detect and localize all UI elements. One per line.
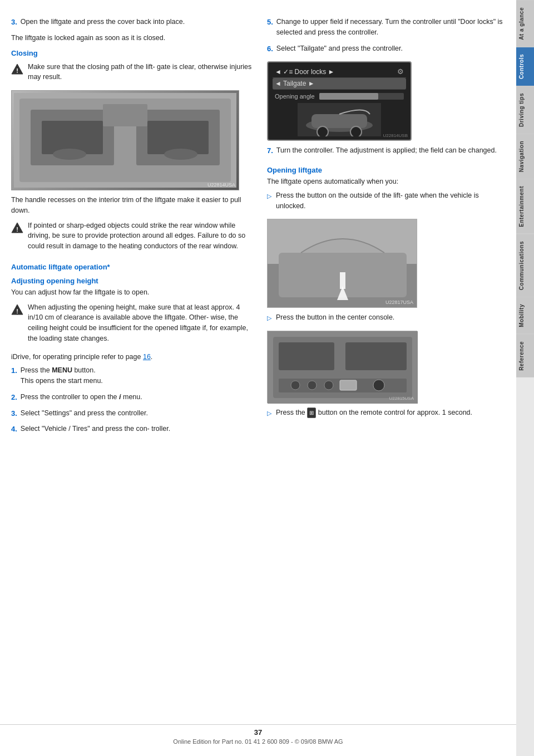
sidebar-tab-mobility[interactable]: Mobility [516, 297, 534, 334]
page-footer: 37 Online Edition for Part no. 01 41 2 6… [0, 724, 516, 745]
sidebar-tab-reference[interactable]: Reference [516, 334, 534, 377]
bullet-2: ▷ Press the button in the center console… [267, 312, 505, 326]
center-console-image: U22815USA [267, 331, 417, 403]
step-2: 2. Press the controller to open the i me… [11, 392, 256, 406]
footer-text: Online Edition for Part no. 01 41 2 600 … [173, 738, 343, 745]
bullet-2-text: Press the button in the center console. [276, 312, 394, 323]
info-i-icon: i [119, 393, 121, 401]
liftgate-svg [268, 219, 417, 308]
svg-point-18 [317, 126, 328, 136]
step-1: 1. Press the MENU button.This opens the … [11, 365, 256, 390]
page-number: 37 [0, 728, 516, 737]
left-column: 3. Open the liftgate and press the cover… [11, 17, 256, 723]
idrive-page-link[interactable]: 16 [143, 353, 151, 361]
screen-settings-icon: ⚙ [397, 67, 404, 76]
screen-tailgate-text: ◄ Tailgate ► [275, 80, 315, 87]
liftgate-open-image: U22817USA [267, 219, 417, 308]
step-3-number: 3. [11, 17, 17, 31]
bullet-1-text: Press the button on the outside of the l… [276, 190, 505, 212]
console-svg [268, 331, 418, 404]
menu-bold: MENU [52, 366, 72, 374]
sidebar-tab-controls-label: Controls [518, 54, 525, 79]
warning-triangle-icon-2: ! [11, 222, 23, 234]
sidebar-tab-at-a-glance[interactable]: At a glance [516, 0, 534, 47]
warning-icon-closing: ! [11, 63, 23, 86]
sidebar: At a glance Controls Driving tips Naviga… [516, 0, 534, 756]
screen-row-tailgate: ◄ Tailgate ► [273, 78, 406, 90]
sidebar-tab-controls[interactable]: Controls [516, 47, 534, 86]
bullet-1: ▷ Press the button on the outside of the… [267, 190, 505, 215]
step-6: 6. Select "Tailgate" and press the contr… [267, 43, 505, 57]
svg-rect-28 [345, 342, 407, 370]
sidebar-tab-communications[interactable]: Communications [516, 234, 534, 297]
sidebar-tab-entertainment-label: Entertainment [518, 186, 525, 227]
bullet-arrow-1: ▷ [267, 192, 271, 215]
adj-heading: Adjusting opening height [11, 277, 256, 285]
opening-angle-slider-track [319, 93, 404, 100]
opening-liftgate-intro: The liftgate opens automatically when yo… [267, 176, 505, 187]
sidebar-tab-navigation-label: Navigation [518, 141, 525, 172]
bullet-3-text: Press the ⊞ button on the remote control… [276, 408, 472, 418]
step-6-number: 6. [267, 43, 273, 57]
svg-rect-27 [279, 342, 334, 370]
interior-car-svg [14, 93, 236, 188]
step-3-text: Open the liftgate and press the cover ba… [21, 17, 256, 27]
sidebar-tab-driving-tips[interactable]: Driving tips [516, 86, 534, 134]
adj-warning-box: ! When adjusting the opening height, mak… [11, 302, 256, 347]
screen-watermark: U22814USB [383, 133, 408, 138]
screen-car-image [273, 103, 406, 136]
warning-icon-adj: ! [11, 303, 23, 347]
svg-rect-17 [312, 114, 367, 128]
step-4-text: Select "Vehicle / Tires" and press the c… [21, 424, 256, 434]
closing-warning-box: ! Make sure that the closing path of the… [11, 62, 256, 86]
adj-intro: You can adjust how far the liftgate is t… [11, 287, 256, 298]
svg-rect-33 [340, 380, 357, 390]
idrive-ref-text: iDrive, for operating principle refer to… [11, 353, 141, 361]
auto-liftgate-heading: Automatic liftgate operation* [11, 263, 256, 271]
svg-text:!: ! [16, 226, 18, 233]
right-column: 5. Change to upper field if necessary. T… [267, 17, 505, 723]
svg-point-9 [53, 149, 86, 160]
svg-point-31 [308, 381, 317, 390]
pointed-warning-text: If pointed or sharp-edged objects could … [28, 220, 256, 252]
sidebar-tab-reference-label: Reference [518, 341, 525, 371]
step-2-number: 2. [11, 392, 17, 406]
step-1-text: Press the MENU button.This opens the sta… [21, 365, 256, 386]
liftgate-image-label: U22817USA [385, 300, 413, 305]
adj-warning-text: When adjusting the opening height, make … [28, 302, 256, 344]
warning-triangle-icon-3: ! [11, 303, 23, 316]
sidebar-tab-navigation[interactable]: Navigation [516, 134, 534, 179]
step-3b-number: 3. [11, 408, 17, 422]
closing-heading: Closing [11, 49, 256, 57]
step-3b: 3. Select "Settings" and press the contr… [11, 408, 256, 422]
opening-angle-text: Opening angle [275, 93, 315, 100]
closing-image-label: U22814USA [207, 182, 235, 188]
main-content: 3. Open the liftgate and press the cover… [0, 0, 516, 756]
idrive-ref: iDrive, for operating principle refer to… [11, 352, 256, 362]
svg-point-32 [324, 381, 333, 390]
bullet-3-start: Press the [276, 409, 307, 416]
console-image-label: U22815USA [389, 396, 414, 401]
step-1-number: 1. [11, 365, 17, 390]
step-7: 7. Turn the controller. The adjustment i… [267, 145, 505, 159]
sidebar-tab-communications-label: Communications [518, 241, 525, 290]
step-7-number: 7. [267, 145, 273, 159]
step-4: 4. Select "Vehicle / Tires" and press th… [11, 424, 256, 438]
closing-interior-image: U22814USA [11, 90, 239, 190]
sidebar-tab-entertainment[interactable]: Entertainment [516, 179, 534, 234]
step-2-text: Press the controller to open the i menu. [21, 392, 256, 402]
screen-car-svg [298, 103, 381, 136]
svg-point-34 [373, 380, 384, 391]
sidebar-tab-driving-tips-label: Driving tips [518, 93, 525, 127]
step-5: 5. Change to upper field if necessary. T… [267, 17, 505, 41]
after-step3-text: The liftgate is locked again as soon as … [11, 33, 256, 43]
warning-icon-pointed: ! [11, 222, 23, 255]
svg-rect-8 [103, 104, 147, 126]
door-locks-screen-wrapper: ◄ ✓≡ Door locks ► ⚙ ◄ Tailgate ► Opening… [267, 61, 412, 141]
interior-caption: The handle recesses on the interior trim… [11, 195, 256, 216]
door-locks-screen: ◄ ✓≡ Door locks ► ⚙ ◄ Tailgate ► Opening… [267, 61, 412, 141]
step-7-text: Turn the controller. The adjustment is a… [276, 145, 505, 156]
closing-warning-text: Make sure that the closing path of the l… [28, 62, 256, 83]
bullet-arrow-3: ▷ [267, 409, 271, 421]
step-5-text: Change to upper field if necessary. Turn… [276, 17, 505, 38]
